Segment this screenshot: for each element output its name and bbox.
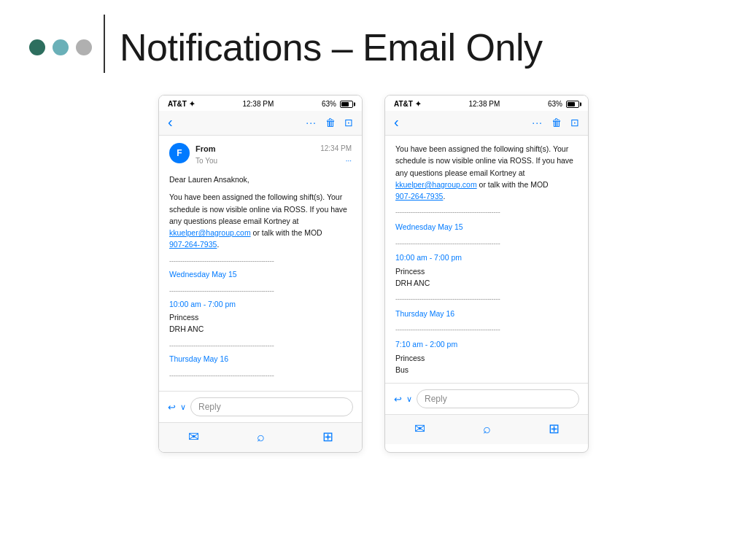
- battery-icon-1: [340, 101, 353, 108]
- mail-tab-1[interactable]: ✉: [188, 429, 199, 445]
- search-tab-1[interactable]: ⌕: [257, 429, 265, 445]
- date1-1: Wednesday May 15: [169, 269, 352, 281]
- status-bar-2: AT&T ✦ 12:38 PM 63%: [385, 96, 588, 111]
- tab-bar-2: ✉ ⌕ ⊞: [385, 414, 588, 444]
- from-info-1: From To You: [196, 143, 314, 166]
- phone-mockup-2: AT&T ✦ 12:38 PM 63% ‹ ··· 🗑 ⊡ You have b…: [384, 95, 589, 453]
- header-divider: [104, 15, 105, 73]
- battery-1: 63%: [322, 100, 353, 108]
- role2-2: Princess: [395, 352, 578, 364]
- email-link-1[interactable]: kkuelper@hagroup.com: [169, 228, 251, 237]
- reply-icon-1[interactable]: ↩: [168, 402, 176, 413]
- role1-1: Princess: [169, 312, 352, 324]
- from-name-1: From: [196, 143, 314, 155]
- nav-dots-1[interactable]: ···: [306, 117, 317, 128]
- divider4-2: ----------------------------------------…: [395, 325, 578, 335]
- calendar-tab-2[interactable]: ⊞: [549, 421, 560, 437]
- nav-bar-2: ‹ ··· 🗑 ⊡: [385, 111, 588, 136]
- divider2-1: ----------------------------------------…: [169, 287, 352, 297]
- avatar-1: F: [169, 143, 190, 163]
- date2-2: Thursday May 16: [395, 308, 578, 319]
- location2-2: Bus: [395, 364, 578, 376]
- date1-2: Wednesday May 15: [395, 221, 578, 233]
- calendar-tab-1[interactable]: ⊞: [322, 429, 333, 445]
- phone-link-1[interactable]: 907-264-7935: [169, 240, 217, 249]
- status-bar-1: AT&T ✦ 12:38 PM 63%: [159, 96, 362, 111]
- trash-icon-1[interactable]: 🗑: [325, 117, 336, 128]
- reply-chevron-1[interactable]: ∨: [180, 402, 186, 412]
- from-row-1: F From To You 12:34 PM ···: [169, 143, 352, 166]
- body-text-1: You have been assigned the following shi…: [169, 191, 352, 250]
- time-1: 12:38 PM: [242, 100, 274, 108]
- from-meta-1: 12:34 PM ···: [320, 143, 352, 166]
- page-title: Notifications – Email Only: [120, 26, 542, 69]
- reply-input-2[interactable]: Reply: [417, 389, 579, 408]
- mail-tab-2[interactable]: ✉: [414, 421, 425, 437]
- trash-icon-2[interactable]: 🗑: [551, 117, 562, 128]
- time-2: 12:38 PM: [468, 100, 500, 108]
- reply-bar-2: ↩ ∨ Reply: [385, 383, 588, 414]
- location1-1: DRH ANC: [169, 324, 352, 335]
- divider2-2: ----------------------------------------…: [395, 239, 578, 249]
- reply-chevron-2[interactable]: ∨: [406, 394, 412, 404]
- back-button-1[interactable]: ‹: [168, 114, 173, 131]
- header: Notifications – Email Only: [0, 0, 747, 88]
- email-body-1: F From To You 12:34 PM ··· Dear Lauren A…: [159, 136, 362, 391]
- date2-1: Thursday May 16: [169, 354, 352, 365]
- greeting-1: Dear Lauren Ansaknok,: [169, 174, 352, 185]
- reply-bar-1: ↩ ∨ Reply: [159, 391, 362, 422]
- phones-container: AT&T ✦ 12:38 PM 63% ‹ ··· 🗑 ⊡ F From: [0, 88, 747, 460]
- role1-2: Princess: [395, 265, 578, 277]
- from-to-1: To You: [196, 155, 314, 166]
- divider1-1: ----------------------------------------…: [169, 257, 352, 267]
- from-time-1: 12:34 PM: [320, 143, 352, 154]
- nav-dots-2[interactable]: ···: [532, 117, 543, 128]
- email-body-2: You have been assigned the following shi…: [385, 136, 588, 383]
- back-button-2[interactable]: ‹: [394, 114, 399, 131]
- body-text-2: You have been assigned the following shi…: [395, 143, 578, 202]
- time1-1: 10:00 am - 7:00 pm: [169, 299, 352, 311]
- time1-2: 10:00 am - 7:00 pm: [395, 252, 578, 263]
- phone-link-2[interactable]: 907-264-7935: [395, 192, 443, 201]
- dot-teal: [53, 39, 69, 55]
- location1-2: DRH ANC: [395, 277, 578, 289]
- search-tab-2[interactable]: ⌕: [483, 421, 491, 437]
- folder-icon-2[interactable]: ⊡: [570, 117, 579, 128]
- phone-mockup-1: AT&T ✦ 12:38 PM 63% ‹ ··· 🗑 ⊡ F From: [158, 95, 363, 453]
- divider4-1: ----------------------------------------…: [169, 371, 352, 381]
- tab-bar-1: ✉ ⌕ ⊞: [159, 422, 362, 452]
- reply-icon-2[interactable]: ↩: [394, 394, 402, 405]
- battery-2: 63%: [548, 100, 579, 108]
- dot-green: [29, 39, 45, 55]
- from-menu-dots-1[interactable]: ···: [346, 155, 352, 166]
- carrier-1: AT&T ✦: [168, 100, 195, 108]
- nav-actions-2: ··· 🗑 ⊡: [532, 117, 579, 128]
- dot-gray: [76, 39, 92, 55]
- dots-container: [29, 39, 92, 55]
- divider3-2: ----------------------------------------…: [395, 295, 578, 305]
- nav-bar-1: ‹ ··· 🗑 ⊡: [159, 111, 362, 136]
- battery-icon-2: [566, 101, 579, 108]
- folder-icon-1[interactable]: ⊡: [344, 117, 353, 128]
- reply-input-1[interactable]: Reply: [190, 397, 353, 416]
- divider1-2: ----------------------------------------…: [395, 208, 578, 218]
- nav-actions-1: ··· 🗑 ⊡: [306, 117, 353, 128]
- time2-2: 7:10 am - 2:00 pm: [395, 338, 578, 350]
- divider3-1: ----------------------------------------…: [169, 341, 352, 351]
- carrier-2: AT&T ✦: [394, 100, 421, 108]
- email-link-2[interactable]: kkuelper@hagroup.com: [395, 180, 477, 189]
